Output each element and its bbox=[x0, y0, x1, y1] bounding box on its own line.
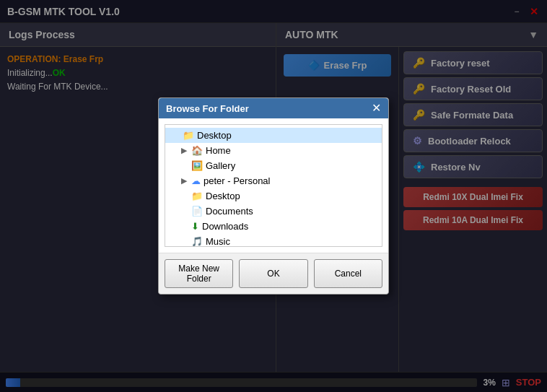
folder-item-downloads[interactable]: ⬇ Downloads bbox=[165, 219, 382, 234]
folder-item-gallery[interactable]: 🖼️ Gallery bbox=[165, 158, 382, 173]
make-new-folder-button[interactable]: Make New Folder bbox=[165, 259, 233, 288]
dialog-title-bar: Browse For Folder ✕ bbox=[159, 98, 388, 118]
folder-icon-blue: 📁 bbox=[183, 130, 194, 141]
folder-item-desktop-root[interactable]: 📁 Desktop bbox=[165, 128, 382, 143]
folder-name-gallery: Gallery bbox=[206, 160, 235, 171]
expand-arrow-peter: ▶ bbox=[180, 176, 188, 186]
folder-name-desktop-sub: Desktop bbox=[206, 191, 240, 201]
dialog-body: 📁 Desktop ▶ 🏠 Home 🖼️ Gallery ▶ bbox=[159, 118, 388, 253]
folder-item-documents[interactable]: 📄 Documents bbox=[165, 204, 382, 219]
folder-tree[interactable]: 📁 Desktop ▶ 🏠 Home 🖼️ Gallery ▶ bbox=[165, 124, 382, 247]
folder-name-desktop-root: Desktop bbox=[197, 130, 232, 141]
folder-item-music[interactable]: 🎵 Music bbox=[165, 234, 382, 247]
folder-name-documents: Documents bbox=[206, 206, 253, 217]
folder-icon-downloads: ⬇ bbox=[191, 221, 199, 232]
folder-icon-documents: 📄 bbox=[191, 206, 203, 217]
folder-icon-home: 🏠 bbox=[191, 145, 203, 156]
dialog-footer: Make New Folder OK Cancel bbox=[159, 253, 388, 294]
folder-icon-music: 🎵 bbox=[191, 236, 203, 247]
folder-icon-gallery: 🖼️ bbox=[191, 160, 203, 171]
folder-item-peter[interactable]: ▶ ☁ peter - Personal bbox=[165, 173, 382, 188]
dialog-close-button[interactable]: ✕ bbox=[372, 103, 381, 114]
ok-button[interactable]: OK bbox=[239, 259, 307, 288]
folder-name-home: Home bbox=[206, 145, 231, 156]
folder-name-downloads: Downloads bbox=[202, 221, 248, 232]
folder-name-peter: peter - Personal bbox=[204, 175, 271, 186]
folder-item-home[interactable]: ▶ 🏠 Home bbox=[165, 143, 382, 158]
cancel-button[interactable]: Cancel bbox=[314, 259, 382, 288]
browse-folder-dialog: Browse For Folder ✕ 📁 Desktop ▶ 🏠 Home bbox=[158, 97, 389, 295]
dialog-title: Browse For Folder bbox=[166, 103, 249, 114]
folder-name-music: Music bbox=[206, 236, 230, 247]
folder-icon-desktop-sub: 📁 bbox=[191, 191, 203, 201]
dialog-overlay: Browse For Folder ✕ 📁 Desktop ▶ 🏠 Home bbox=[0, 0, 547, 392]
folder-icon-peter: ☁ bbox=[191, 175, 201, 186]
folder-item-desktop-sub[interactable]: 📁 Desktop bbox=[165, 188, 382, 204]
expand-arrow-home: ▶ bbox=[180, 146, 188, 155]
